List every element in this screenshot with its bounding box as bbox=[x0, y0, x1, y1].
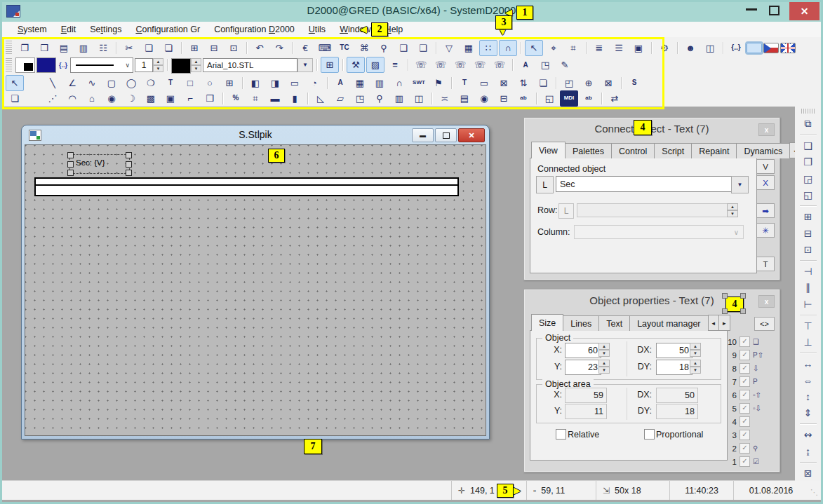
arch-icon[interactable]: ☽ bbox=[122, 90, 140, 107]
send-backward-icon[interactable]: ◱ bbox=[798, 187, 817, 203]
gradient-h-icon[interactable]: ◧ bbox=[246, 75, 265, 91]
y-input[interactable]: 23 bbox=[565, 360, 601, 375]
line-color-stepper[interactable]: ▲▼ bbox=[171, 58, 201, 72]
align-left-icon[interactable]: ⊣ bbox=[798, 264, 817, 279]
slider-icon[interactable]: ▬ bbox=[266, 90, 284, 107]
layer-extra-icon[interactable]: ▫⇧ bbox=[753, 391, 761, 399]
pie-icon[interactable]: ❍ bbox=[142, 75, 160, 91]
picture-close-icon[interactable]: ✕ bbox=[458, 128, 485, 142]
connector-line-icon[interactable]: ⋰ bbox=[44, 90, 62, 107]
dy-input[interactable]: 18 bbox=[656, 360, 692, 375]
pipe-icon[interactable]: ▭ bbox=[286, 75, 304, 91]
tc-icon[interactable]: TC bbox=[335, 40, 354, 56]
object-properties-tool-icon[interactable]: ▨ bbox=[366, 57, 384, 73]
gradient-v-icon[interactable]: ◨ bbox=[266, 75, 284, 91]
align-top-icon[interactable]: ⊤ bbox=[798, 318, 817, 334]
indicator-icon[interactable]: ▮ bbox=[286, 90, 304, 107]
braces-mini-icon[interactable]: {..} bbox=[58, 62, 69, 69]
alarm-bell-icon[interactable]: ∩ bbox=[390, 75, 408, 91]
layer-checkbox[interactable]: ✓ bbox=[740, 403, 750, 414]
picture-export-icon[interactable]: ◳ bbox=[351, 90, 369, 107]
selection-handle[interactable] bbox=[67, 152, 74, 158]
menu-configuration-d2000[interactable]: Configuration D2000 bbox=[207, 25, 302, 34]
picture-maximize-icon[interactable] bbox=[435, 128, 457, 142]
background-color-swatch[interactable] bbox=[36, 57, 56, 73]
layer-checkbox[interactable]: ✓ bbox=[740, 376, 750, 387]
spin-up-icon[interactable]: ▲ bbox=[191, 58, 201, 65]
tab-palettes[interactable]: Palettes bbox=[565, 143, 612, 158]
bar-object[interactable] bbox=[34, 177, 459, 196]
layer-checkbox[interactable]: ✓ bbox=[740, 443, 750, 454]
x-stepper[interactable]: ▲▼ bbox=[598, 343, 610, 357]
swt-icon[interactable]: SWT bbox=[410, 75, 428, 91]
flag-english-icon[interactable] bbox=[780, 43, 796, 53]
layer-checkbox[interactable]: ✓ bbox=[740, 363, 750, 374]
magnifier-icon[interactable]: ⚲ bbox=[370, 90, 389, 107]
layer-extra-icon[interactable]: ▫⇩ bbox=[753, 404, 761, 412]
bar-percent-icon[interactable]: % bbox=[227, 90, 245, 107]
menu-edit[interactable]: Edit bbox=[54, 25, 83, 34]
structure-list-icon[interactable]: S bbox=[625, 75, 643, 91]
paste-icon[interactable]: ❏ bbox=[159, 40, 178, 56]
align-bottom-icon[interactable]: ⊥ bbox=[798, 334, 817, 350]
align-right-icon[interactable]: ⊢ bbox=[798, 296, 817, 311]
snap-magnet-icon[interactable]: ∩ bbox=[499, 40, 517, 56]
layer-checkbox[interactable]: ✓ bbox=[740, 430, 750, 440]
delete-object-icon[interactable]: ⊠ bbox=[798, 465, 817, 481]
crosshair-icon[interactable]: ⌖ bbox=[544, 40, 563, 56]
copy-picture-icon[interactable]: ⊟ bbox=[205, 40, 223, 56]
zoom-icon[interactable]: ⚲ bbox=[375, 40, 393, 56]
stretch-v-icon[interactable]: ↨ bbox=[798, 443, 817, 458]
filled-ellipse-icon[interactable]: ◉ bbox=[102, 90, 121, 107]
align-center-icon[interactable]: ∥ bbox=[798, 280, 817, 295]
selection-handle[interactable] bbox=[67, 161, 74, 168]
selection-handle[interactable] bbox=[67, 170, 74, 176]
table-icon[interactable]: ▦ bbox=[351, 75, 369, 91]
dx-input[interactable]: 50 bbox=[656, 343, 692, 358]
dial-2-icon[interactable]: ☏ bbox=[431, 57, 450, 73]
window-icon[interactable]: ◰ bbox=[560, 75, 578, 91]
script-icon[interactable]: ≣ bbox=[590, 40, 608, 56]
close-icon[interactable]: ✕ bbox=[789, 1, 819, 20]
curve-icon[interactable]: ∿ bbox=[83, 75, 101, 91]
bring-forward-icon[interactable]: ◲ bbox=[798, 171, 817, 186]
connect-object-tool-icon[interactable]: ⚒ bbox=[347, 57, 365, 73]
chevron-down-icon[interactable]: ▼ bbox=[297, 58, 313, 72]
cut-icon[interactable]: ✂ bbox=[120, 40, 138, 56]
x-button[interactable]: X bbox=[756, 175, 775, 190]
tab-repaint[interactable]: Repaint bbox=[691, 143, 737, 158]
l-button[interactable]: L bbox=[536, 176, 554, 193]
close-icon[interactable]: x bbox=[758, 123, 775, 136]
menu-configuration-gr[interactable]: Configuration Gr bbox=[128, 25, 207, 34]
list-tool-icon[interactable]: ≡ bbox=[386, 57, 404, 73]
tab-dynamics[interactable]: Dynamics bbox=[736, 143, 790, 158]
bring-to-front-icon[interactable]: ❑ bbox=[798, 138, 817, 154]
tab-control[interactable]: Control bbox=[611, 143, 655, 158]
ellipse-icon[interactable]: ◯ bbox=[122, 75, 140, 91]
layers-copy-icon[interactable]: ❑ bbox=[394, 40, 413, 56]
bar-graph-icon[interactable]: ▥ bbox=[370, 75, 389, 91]
select-arrow-icon[interactable]: ↖ bbox=[6, 75, 24, 91]
braces-icon[interactable]: {..} bbox=[727, 40, 745, 56]
copy-icon[interactable]: ❑ bbox=[140, 40, 158, 56]
spin-down-icon[interactable]: ▼ bbox=[191, 65, 201, 72]
object-list-icon[interactable]: ☰ bbox=[610, 40, 628, 56]
layer-checkbox[interactable]: ✓ bbox=[740, 336, 750, 347]
gauge-icon[interactable]: ◔ bbox=[305, 75, 323, 91]
tab-text[interactable]: Text bbox=[598, 315, 630, 331]
box-3d-icon[interactable]: ❒ bbox=[201, 90, 219, 107]
dial-b-icon[interactable]: ☏ bbox=[471, 57, 489, 73]
foreground-color-swatch[interactable] bbox=[15, 57, 35, 73]
layer-checkbox[interactable]: ✓ bbox=[740, 350, 750, 360]
menu-system[interactable]: System bbox=[11, 25, 54, 34]
entry-widget-icon[interactable]: ab bbox=[514, 90, 533, 107]
select-area-icon[interactable]: ❏ bbox=[6, 90, 24, 107]
settings-gear-icon[interactable]: ⚙ bbox=[655, 40, 674, 56]
select-cursor-icon[interactable]: ↖ bbox=[525, 40, 543, 56]
rectangle-icon[interactable]: □ bbox=[181, 75, 199, 91]
picture-window-titlebar[interactable]: S.Stlpik ▬ ✕ bbox=[22, 125, 489, 144]
dx-stepper[interactable]: ▲▼ bbox=[690, 343, 701, 357]
layer-checkbox[interactable]: ✓ bbox=[740, 390, 750, 400]
menu-settings[interactable]: Settings bbox=[83, 25, 128, 34]
picture-window[interactable]: S.Stlpik ▬ ✕ Sec: {V} bbox=[21, 125, 490, 440]
